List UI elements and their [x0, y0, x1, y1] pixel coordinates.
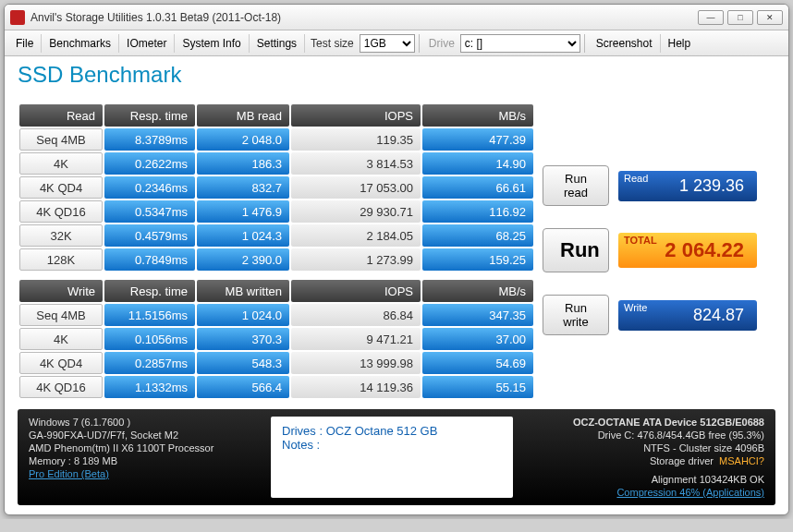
write-hdr-iops: IOPS — [291, 280, 421, 302]
table-row-label: 4K — [19, 328, 103, 350]
run-write-button[interactable]: Run write — [543, 295, 609, 335]
menu-iometer[interactable]: IOmeter — [119, 34, 175, 53]
write-hdr-mb: MB written — [197, 280, 289, 302]
cell-mbs: 347.35 — [422, 304, 533, 326]
drive-label: Drive — [423, 34, 460, 53]
read-score-label: Read — [624, 173, 648, 184]
menu-settings[interactable]: Settings — [250, 34, 305, 53]
cell-rt: 11.5156ms — [104, 304, 195, 326]
cell-mbs: 55.15 — [422, 376, 533, 398]
cell-mb: 1 476.9 — [197, 200, 289, 223]
menu-screenshot[interactable]: Screenshot — [589, 34, 661, 53]
footer-os: Windows 7 (6.1.7600 ) — [29, 417, 260, 428]
titlebar[interactable]: Anvil's Storage Utilities 1.0.31 Beta9 (… — [5, 5, 788, 30]
table-row-label: 32K — [19, 224, 103, 247]
cell-rt: 0.7849ms — [104, 248, 195, 271]
notes-box[interactable]: Drives : OCZ Octane 512 GB Notes : — [271, 417, 513, 498]
cell-mbs: 116.92 — [422, 200, 533, 223]
table-row-label: 4K QD4 — [19, 352, 103, 374]
table-row-label: 4K QD16 — [19, 200, 103, 223]
menu-help[interactable]: Help — [661, 34, 699, 53]
cell-mb: 2 390.0 — [197, 248, 289, 271]
total-score-label: TOTAL — [624, 235, 657, 246]
minimize-button[interactable]: — — [698, 10, 724, 25]
content: Read Resp. time MB read IOPS MB/s Seq 4M… — [5, 97, 788, 514]
cell-mb: 548.3 — [197, 352, 289, 374]
footer-drivec: Drive C: 476.8/454.4GB free (95.3%) — [524, 429, 764, 441]
cell-mb: 1 024.0 — [197, 304, 289, 326]
cell-mb: 186.3 — [197, 152, 289, 175]
cell-rt: 0.1056ms — [104, 328, 195, 350]
cell-mbs: 159.25 — [422, 248, 533, 271]
cell-rt: 1.1332ms — [104, 376, 195, 398]
cell-mb: 1 024.3 — [197, 224, 289, 247]
drive-select[interactable]: c: [] — [460, 34, 580, 53]
cell-mbs: 14.90 — [422, 152, 533, 175]
write-score-value: 824.87 — [631, 306, 744, 325]
read-score-box: Read 1 239.36 — [618, 171, 757, 201]
cell-mbs: 54.69 — [422, 352, 533, 374]
cell-iops: 86.84 — [291, 304, 421, 326]
menu-benchmarks[interactable]: Benchmarks — [42, 34, 119, 53]
read-hdr-iops: IOPS — [291, 104, 421, 127]
read-hdr-label: Read — [19, 104, 103, 127]
cell-mb: 2 048.0 — [197, 128, 289, 151]
menu-systeminfo[interactable]: System Info — [175, 34, 249, 53]
cell-rt: 0.2622ms — [104, 152, 195, 175]
footer-driver-label: Storage driver — [650, 455, 714, 466]
window-title: Anvil's Storage Utilities 1.0.31 Beta9 (… — [30, 11, 281, 24]
app-icon — [10, 10, 25, 25]
page-title: SSD Benchmark — [18, 62, 775, 88]
write-hdr-label: Write — [19, 280, 103, 302]
cell-rt: 0.2346ms — [104, 176, 195, 199]
cell-iops: 14 119.36 — [291, 376, 421, 398]
read-table: Read Resp. time MB read IOPS MB/s Seq 4M… — [18, 103, 535, 272]
app-window: Anvil's Storage Utilities 1.0.31 Beta9 (… — [4, 4, 789, 515]
write-hdr-rt: Resp. time — [104, 280, 195, 302]
testsize-select[interactable]: 1GB — [360, 34, 415, 53]
cell-rt: 0.4579ms — [104, 224, 195, 247]
read-hdr-mb: MB read — [197, 104, 289, 127]
testsize-label: Test size — [305, 34, 360, 53]
cell-mbs: 477.39 — [422, 128, 533, 151]
table-row-label: 4K — [19, 152, 103, 175]
maximize-button[interactable]: □ — [727, 10, 753, 25]
menubar: File Benchmarks IOmeter System Info Sett… — [5, 30, 788, 56]
footer-driver-line: Storage driver MSAHCI? — [524, 455, 764, 466]
notes-notes: Notes : — [282, 438, 502, 452]
table-row-label: Seq 4MB — [19, 128, 103, 151]
cell-mb: 370.3 — [197, 328, 289, 350]
cell-iops: 13 999.98 — [291, 352, 421, 374]
cell-mbs: 66.61 — [422, 176, 533, 199]
footer-driver: MSAHCI? — [719, 455, 764, 466]
footer-mem: Memory : 8 189 MB — [29, 455, 260, 466]
cell-rt: 0.2857ms — [104, 352, 195, 374]
sidebar: Run read Read 1 239.36 Run TOTAL 2 064.2… — [543, 103, 757, 400]
cell-mbs: 37.00 — [422, 328, 533, 350]
write-table: Write Resp. time MB written IOPS MB/s Se… — [18, 278, 535, 400]
footer-edition-link[interactable]: Pro Edition (Beta) — [29, 468, 260, 479]
notes-drives: Drives : OCZ Octane 512 GB — [282, 424, 502, 438]
read-score-value: 1 239.36 — [631, 176, 744, 196]
cell-mbs: 68.25 — [422, 224, 533, 247]
table-row-label: 4K QD16 — [19, 376, 103, 398]
run-read-button[interactable]: Run read — [543, 165, 609, 206]
cell-mb: 566.4 — [197, 376, 289, 398]
cell-iops: 119.35 — [291, 128, 421, 151]
cell-rt: 8.3789ms — [104, 128, 195, 151]
write-score-label: Write — [624, 302, 647, 313]
cell-iops: 2 184.05 — [291, 224, 421, 247]
menu-file[interactable]: File — [8, 34, 42, 53]
footer-mobo: GA-990FXA-UD7/F7f, Socket M2 — [29, 429, 260, 441]
cell-iops: 3 814.53 — [291, 152, 421, 175]
table-row-label: Seq 4MB — [19, 304, 103, 326]
run-button[interactable]: Run — [543, 228, 609, 272]
cell-iops: 17 053.00 — [291, 176, 421, 199]
close-button[interactable]: ✕ — [757, 10, 783, 25]
footer-compression-link[interactable]: Compression 46% (Applications) — [524, 487, 764, 498]
cell-iops: 9 471.21 — [291, 328, 421, 350]
total-score-box: TOTAL 2 064.22 — [618, 233, 757, 268]
table-row-label: 128K — [19, 248, 103, 271]
read-hdr-rt: Resp. time — [104, 104, 195, 127]
footer: Windows 7 (6.1.7600 ) GA-990FXA-UD7/F7f,… — [18, 409, 775, 505]
